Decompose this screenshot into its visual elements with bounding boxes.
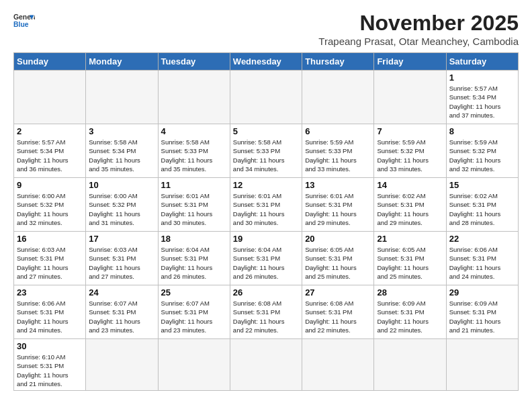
calendar-cell: 26Sunrise: 6:08 AM Sunset: 5:31 PM Dayli…	[230, 285, 302, 339]
day-info: Sunrise: 5:58 AM Sunset: 5:34 PM Dayligh…	[89, 138, 154, 173]
day-number: 4	[161, 126, 227, 136]
day-number: 19	[233, 234, 299, 244]
day-info: Sunrise: 6:09 AM Sunset: 5:31 PM Dayligh…	[377, 299, 443, 334]
calendar-cell	[158, 339, 230, 391]
weekday-header-friday: Friday	[374, 53, 446, 71]
calendar-cell	[302, 339, 374, 391]
day-number: 15	[449, 180, 515, 190]
logo-icon: General Blue	[13, 11, 35, 32]
day-info: Sunrise: 6:03 AM Sunset: 5:31 PM Dayligh…	[17, 245, 83, 281]
logo: General Blue	[13, 11, 35, 32]
day-number: 10	[89, 180, 154, 190]
day-info: Sunrise: 6:10 AM Sunset: 5:31 PM Dayligh…	[17, 353, 83, 388]
calendar-cell: 7Sunrise: 5:59 AM Sunset: 5:32 PM Daylig…	[374, 124, 446, 178]
day-number: 16	[17, 234, 83, 244]
day-info: Sunrise: 6:08 AM Sunset: 5:31 PM Dayligh…	[305, 299, 371, 334]
calendar-cell: 14Sunrise: 6:02 AM Sunset: 5:31 PM Dayli…	[374, 178, 446, 232]
calendar-cell: 2Sunrise: 5:57 AM Sunset: 5:34 PM Daylig…	[14, 124, 86, 178]
calendar-cell: 15Sunrise: 6:02 AM Sunset: 5:31 PM Dayli…	[446, 178, 518, 232]
day-info: Sunrise: 6:05 AM Sunset: 5:31 PM Dayligh…	[305, 245, 371, 281]
calendar-cell	[86, 71, 158, 124]
day-number: 17	[89, 234, 154, 244]
day-info: Sunrise: 6:04 AM Sunset: 5:31 PM Dayligh…	[161, 245, 227, 281]
calendar-cell	[302, 71, 374, 124]
calendar-cell: 17Sunrise: 6:03 AM Sunset: 5:31 PM Dayli…	[86, 232, 158, 285]
day-number: 22	[449, 234, 515, 244]
day-info: Sunrise: 6:02 AM Sunset: 5:31 PM Dayligh…	[449, 191, 515, 227]
weekday-header-sunday: Sunday	[14, 53, 86, 71]
day-number: 20	[305, 234, 371, 244]
calendar-cell: 18Sunrise: 6:04 AM Sunset: 5:31 PM Dayli…	[158, 232, 230, 285]
day-info: Sunrise: 6:02 AM Sunset: 5:31 PM Dayligh…	[377, 191, 443, 227]
day-info: Sunrise: 6:01 AM Sunset: 5:31 PM Dayligh…	[161, 191, 227, 227]
month-title: November 2025	[318, 11, 519, 36]
day-info: Sunrise: 6:01 AM Sunset: 5:31 PM Dayligh…	[233, 191, 299, 227]
calendar-cell	[86, 339, 158, 391]
day-info: Sunrise: 5:58 AM Sunset: 5:33 PM Dayligh…	[161, 138, 227, 173]
calendar-cell	[374, 71, 446, 124]
calendar-cell: 3Sunrise: 5:58 AM Sunset: 5:34 PM Daylig…	[86, 124, 158, 178]
day-number: 7	[377, 126, 443, 136]
day-number: 25	[161, 287, 227, 298]
title-block: November 2025 Trapeang Prasat, Otar Mean…	[318, 11, 519, 47]
day-number: 23	[17, 287, 83, 298]
calendar-cell: 10Sunrise: 6:00 AM Sunset: 5:32 PM Dayli…	[86, 178, 158, 232]
day-info: Sunrise: 6:03 AM Sunset: 5:31 PM Dayligh…	[89, 245, 154, 281]
day-number: 18	[161, 234, 227, 244]
weekday-header-wednesday: Wednesday	[230, 53, 302, 71]
calendar-week-row: 16Sunrise: 6:03 AM Sunset: 5:31 PM Dayli…	[14, 232, 519, 285]
calendar-week-row: 30Sunrise: 6:10 AM Sunset: 5:31 PM Dayli…	[14, 339, 519, 391]
calendar-cell: 20Sunrise: 6:05 AM Sunset: 5:31 PM Dayli…	[302, 232, 374, 285]
day-info: Sunrise: 5:57 AM Sunset: 5:34 PM Dayligh…	[17, 138, 83, 173]
day-info: Sunrise: 5:59 AM Sunset: 5:32 PM Dayligh…	[449, 138, 515, 173]
day-number: 30	[17, 341, 83, 351]
day-info: Sunrise: 6:00 AM Sunset: 5:32 PM Dayligh…	[17, 191, 83, 227]
day-number: 13	[305, 180, 371, 190]
calendar-week-row: 2Sunrise: 5:57 AM Sunset: 5:34 PM Daylig…	[14, 124, 519, 178]
day-number: 3	[89, 126, 154, 136]
day-number: 12	[233, 180, 299, 190]
day-info: Sunrise: 6:07 AM Sunset: 5:31 PM Dayligh…	[89, 299, 154, 334]
calendar-cell: 24Sunrise: 6:07 AM Sunset: 5:31 PM Dayli…	[86, 285, 158, 339]
calendar-cell	[158, 71, 230, 124]
calendar-cell: 22Sunrise: 6:06 AM Sunset: 5:31 PM Dayli…	[446, 232, 518, 285]
day-number: 24	[89, 287, 154, 298]
calendar-cell: 29Sunrise: 6:09 AM Sunset: 5:31 PM Dayli…	[446, 285, 518, 339]
calendar-cell: 6Sunrise: 5:59 AM Sunset: 5:33 PM Daylig…	[302, 124, 374, 178]
calendar-week-row: 9Sunrise: 6:00 AM Sunset: 5:32 PM Daylig…	[14, 178, 519, 232]
calendar-week-row: 1Sunrise: 5:57 AM Sunset: 5:34 PM Daylig…	[14, 71, 519, 124]
weekday-header-saturday: Saturday	[446, 53, 518, 71]
day-info: Sunrise: 6:05 AM Sunset: 5:31 PM Dayligh…	[377, 245, 443, 281]
calendar-cell: 11Sunrise: 6:01 AM Sunset: 5:31 PM Dayli…	[158, 178, 230, 232]
calendar-cell: 30Sunrise: 6:10 AM Sunset: 5:31 PM Dayli…	[14, 339, 86, 391]
weekday-header-thursday: Thursday	[302, 53, 374, 71]
day-number: 6	[305, 126, 371, 136]
day-info: Sunrise: 6:04 AM Sunset: 5:31 PM Dayligh…	[233, 245, 299, 281]
calendar-cell: 21Sunrise: 6:05 AM Sunset: 5:31 PM Dayli…	[374, 232, 446, 285]
weekday-header-row: SundayMondayTuesdayWednesdayThursdayFrid…	[14, 53, 519, 71]
day-info: Sunrise: 6:08 AM Sunset: 5:31 PM Dayligh…	[233, 299, 299, 334]
day-number: 5	[233, 126, 299, 136]
calendar-cell	[446, 339, 518, 391]
weekday-header-monday: Monday	[86, 53, 158, 71]
calendar-cell: 16Sunrise: 6:03 AM Sunset: 5:31 PM Dayli…	[14, 232, 86, 285]
day-number: 28	[377, 287, 443, 298]
calendar-cell: 5Sunrise: 5:58 AM Sunset: 5:33 PM Daylig…	[230, 124, 302, 178]
day-number: 27	[305, 287, 371, 298]
day-number: 2	[17, 126, 83, 136]
day-number: 9	[17, 180, 83, 190]
day-info: Sunrise: 6:01 AM Sunset: 5:31 PM Dayligh…	[305, 191, 371, 227]
calendar-cell: 9Sunrise: 6:00 AM Sunset: 5:32 PM Daylig…	[14, 178, 86, 232]
day-number: 26	[233, 287, 299, 298]
day-info: Sunrise: 6:06 AM Sunset: 5:31 PM Dayligh…	[449, 245, 515, 281]
calendar-table: SundayMondayTuesdayWednesdayThursdayFrid…	[13, 52, 519, 391]
day-number: 21	[377, 234, 443, 244]
calendar-cell: 25Sunrise: 6:07 AM Sunset: 5:31 PM Dayli…	[158, 285, 230, 339]
calendar-cell	[374, 339, 446, 391]
day-info: Sunrise: 6:00 AM Sunset: 5:32 PM Dayligh…	[89, 191, 154, 227]
calendar-cell: 12Sunrise: 6:01 AM Sunset: 5:31 PM Dayli…	[230, 178, 302, 232]
day-info: Sunrise: 5:57 AM Sunset: 5:34 PM Dayligh…	[449, 84, 515, 120]
day-info: Sunrise: 6:07 AM Sunset: 5:31 PM Dayligh…	[161, 299, 227, 334]
calendar-cell: 13Sunrise: 6:01 AM Sunset: 5:31 PM Dayli…	[302, 178, 374, 232]
calendar-cell: 23Sunrise: 6:06 AM Sunset: 5:31 PM Dayli…	[14, 285, 86, 339]
